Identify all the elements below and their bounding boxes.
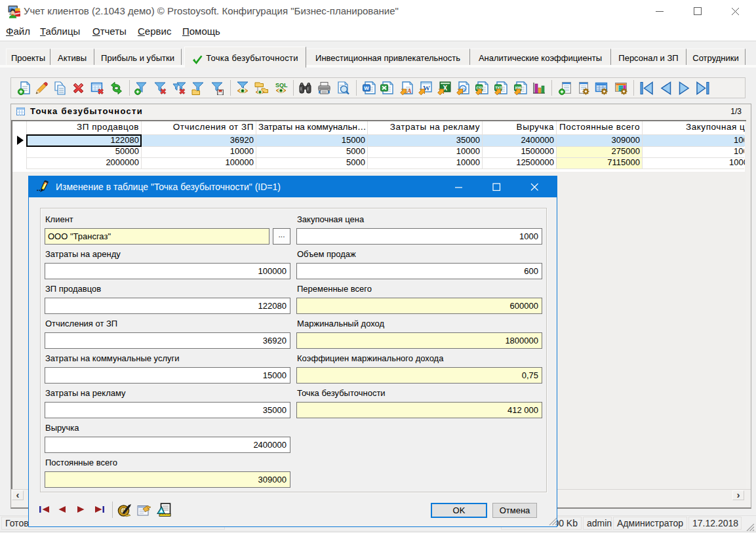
svg-text:W: W (364, 85, 369, 91)
svg-text:SQL: SQL (275, 82, 288, 89)
svg-text:A: A (407, 87, 412, 94)
